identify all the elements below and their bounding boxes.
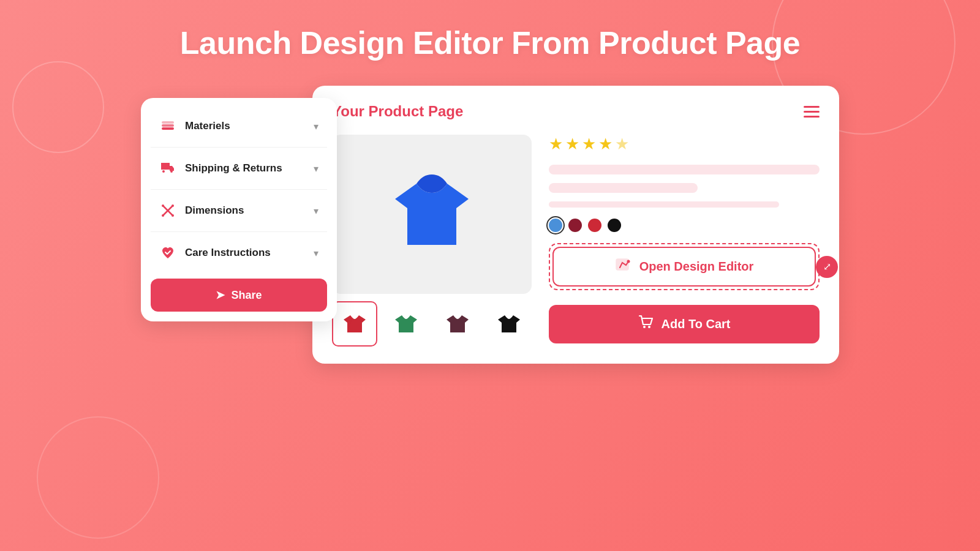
open-design-editor-wrapper: Open Design Editor ⤢	[549, 243, 820, 290]
menu-item-materiels[interactable]: Materiels ▾	[151, 108, 327, 144]
menu-item-dimensions[interactable]: Dimensions ▾	[151, 192, 327, 229]
materiels-label: Materiels	[185, 120, 230, 132]
product-images	[332, 135, 532, 347]
star-rating: ★ ★ ★ ★ ★	[549, 135, 820, 154]
open-design-editor-label: Open Design Editor	[639, 260, 754, 274]
product-details: ★ ★ ★ ★ ★	[549, 135, 820, 347]
thumbnail-red[interactable]	[332, 301, 377, 347]
menu-item-shipping[interactable]: Shipping & Returns ▾	[151, 150, 327, 187]
hamburger-menu-icon[interactable]	[804, 106, 820, 118]
menu-item-care[interactable]: Care Instructions ▾	[151, 234, 327, 271]
star-half: ★	[615, 135, 629, 154]
dashed-border: Open Design Editor	[549, 243, 820, 290]
cart-icon	[638, 315, 654, 334]
chevron-icon-materiels: ▾	[314, 121, 318, 132]
svg-point-8	[162, 214, 164, 217]
move-icon: ⤢	[816, 256, 838, 278]
svg-point-3	[162, 170, 165, 173]
swatch-blue[interactable]	[549, 219, 562, 232]
svg-rect-1	[162, 124, 174, 127]
product-body: ★ ★ ★ ★ ★	[332, 135, 820, 347]
thumbnail-green[interactable]	[383, 301, 429, 347]
layers-icon	[159, 118, 176, 135]
svg-rect-2	[162, 121, 174, 124]
divider-2	[151, 189, 327, 190]
svg-rect-0	[162, 127, 174, 130]
svg-point-12	[643, 326, 646, 328]
thumbnail-black-svg	[496, 310, 522, 337]
dimensions-icon	[159, 202, 176, 219]
thumbnail-red-svg	[341, 310, 368, 337]
main-content: Launch Design Editor From Product Page M…	[0, 0, 980, 551]
star-4: ★	[598, 135, 612, 154]
right-panel: Your Product Page	[312, 86, 839, 364]
svg-point-9	[172, 214, 174, 217]
svg-point-11	[627, 260, 630, 263]
thumbnail-row	[332, 301, 532, 347]
main-product-image	[332, 135, 532, 294]
menu-item-left-dimensions: Dimensions	[159, 202, 244, 219]
star-3: ★	[582, 135, 596, 154]
svg-point-4	[170, 170, 173, 173]
share-button[interactable]: ➤ Share	[151, 279, 327, 312]
star-1: ★	[549, 135, 563, 154]
svg-point-5	[167, 209, 169, 212]
hamburger-line-2	[804, 111, 820, 113]
svg-point-13	[648, 326, 650, 328]
add-to-cart-button[interactable]: Add To Cart	[549, 305, 820, 343]
divider-3	[151, 231, 327, 232]
share-icon: ➤	[216, 288, 225, 302]
add-to-cart-label: Add To Cart	[662, 317, 731, 331]
swatch-red[interactable]	[588, 219, 601, 232]
divider-1	[151, 147, 327, 148]
design-editor-icon	[615, 257, 632, 277]
main-tshirt-svg	[383, 165, 481, 263]
dimensions-label: Dimensions	[185, 204, 244, 217]
svg-point-6	[162, 204, 164, 207]
thumbnail-green-svg	[393, 310, 420, 337]
bg-decor-circle-2	[37, 416, 159, 539]
swatch-black[interactable]	[608, 219, 621, 232]
placeholder-bar-3	[549, 201, 779, 208]
panels-container: Materiels ▾ Shipping & Returns	[49, 86, 931, 364]
shipping-label: Shipping & Returns	[185, 162, 282, 174]
thumbnail-maroon-svg	[444, 310, 471, 337]
page-title: Launch Design Editor From Product Page	[180, 24, 800, 61]
care-label: Care Instructions	[185, 247, 271, 259]
share-button-label: Share	[231, 289, 262, 302]
hamburger-line-1	[804, 106, 820, 108]
swatch-maroon[interactable]	[568, 219, 582, 232]
menu-item-left-shipping: Shipping & Returns	[159, 160, 282, 177]
star-2: ★	[565, 135, 579, 154]
thumbnail-black[interactable]	[486, 301, 532, 347]
placeholder-bar-2	[549, 183, 698, 193]
chevron-icon-shipping: ▾	[314, 163, 318, 174]
open-design-editor-button[interactable]: Open Design Editor	[552, 247, 816, 287]
left-panel: Materiels ▾ Shipping & Returns	[141, 98, 337, 321]
chevron-icon-dimensions: ▾	[314, 205, 318, 217]
svg-point-7	[172, 204, 174, 207]
menu-item-left: Materiels	[159, 118, 230, 135]
placeholder-bar-1	[549, 165, 820, 174]
chevron-icon-care: ▾	[314, 247, 318, 259]
care-icon	[159, 244, 176, 261]
product-page-title: Your Product Page	[332, 103, 463, 120]
truck-icon	[159, 160, 176, 177]
thumbnail-maroon[interactable]	[435, 301, 480, 347]
menu-item-left-care: Care Instructions	[159, 244, 271, 261]
product-header: Your Product Page	[332, 103, 820, 120]
color-swatches	[549, 219, 820, 232]
hamburger-line-3	[804, 116, 820, 118]
